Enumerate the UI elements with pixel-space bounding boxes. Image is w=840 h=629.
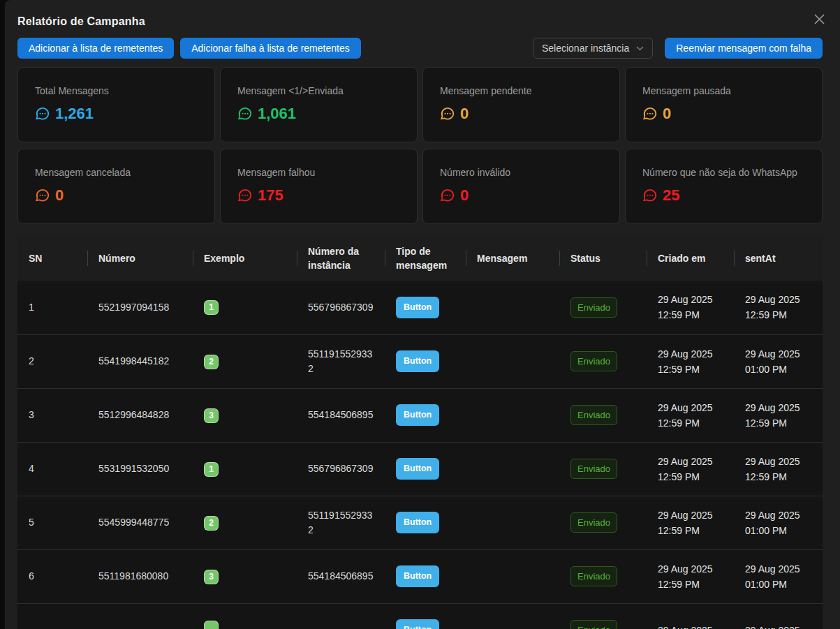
chevron-down-icon bbox=[636, 46, 644, 51]
column-label: sentAt bbox=[745, 253, 776, 264]
column-header: Exemplo bbox=[193, 236, 297, 281]
cell-sent-at: 29 Aug 2025 12:59 PM bbox=[734, 442, 823, 496]
sent-time: 01:00 PM bbox=[745, 362, 811, 377]
select-instance-dropdown[interactable]: Selecionar instância bbox=[533, 38, 653, 59]
table-body: 1 5521997094158 1 556796867309 Button En… bbox=[17, 281, 823, 629]
column-header: Criado em bbox=[647, 236, 734, 281]
add-to-senders-button[interactable]: Adicionar à lista de remetentes bbox=[17, 38, 174, 59]
stat-value: 0 bbox=[460, 105, 469, 123]
cell-sn: 5 bbox=[17, 496, 87, 549]
message-type-badge: Button bbox=[396, 297, 439, 318]
sent-time: 01:00 PM bbox=[745, 577, 811, 592]
cell-mensagem bbox=[466, 603, 559, 629]
criado-date: 29 Aug 2025 bbox=[658, 400, 723, 415]
cell-sent-at: 29 Aug 2025 01:00 PM bbox=[734, 496, 823, 549]
exemplo-badge bbox=[204, 621, 219, 629]
column-label: Número bbox=[98, 253, 135, 264]
sent-date: 29 Aug 2025 bbox=[745, 400, 811, 415]
cell-mensagem bbox=[466, 334, 559, 388]
message-type-badge: Button bbox=[396, 350, 439, 372]
cell-mensagem bbox=[466, 388, 559, 442]
chat-bubble-ellipsis-icon bbox=[642, 106, 658, 121]
modal-title: Relatório de Campanha bbox=[17, 15, 823, 28]
cell-exemplo: 3 bbox=[193, 549, 297, 603]
cell-mensagem bbox=[466, 281, 559, 334]
criado-date: 29 Aug 2025 bbox=[658, 346, 723, 362]
sent-date: 29 Aug 2025 bbox=[745, 346, 811, 362]
chat-bubble-ellipsis-icon bbox=[35, 188, 50, 203]
stat-value: 175 bbox=[258, 186, 283, 205]
status-badge: Enviado bbox=[570, 459, 617, 479]
stat-value-row: 1,261 bbox=[35, 105, 198, 123]
stat-label: Mensagem pausada bbox=[642, 85, 805, 96]
column-label: Exemplo bbox=[204, 253, 244, 264]
criado-time: 12:59 PM bbox=[658, 362, 723, 377]
stat-value: 0 bbox=[460, 186, 469, 205]
exemplo-badge: 3 bbox=[204, 408, 219, 423]
chat-bubble-ellipsis-icon bbox=[642, 188, 658, 203]
cell-numero: 5531991532050 bbox=[87, 442, 193, 496]
cell-sent-at: 29 Aug 2025 01:00 PM bbox=[734, 334, 823, 388]
cell-mensagem bbox=[466, 496, 559, 549]
cell-tipo: Button bbox=[385, 388, 466, 442]
column-label: Número da instância bbox=[308, 246, 359, 271]
cell-numero: 5511981680080 bbox=[87, 549, 193, 603]
column-label: Status bbox=[570, 253, 600, 264]
table-row: 2 5541998445182 2 5511915529332 Button E… bbox=[17, 334, 823, 388]
chat-bubble-ellipsis-icon bbox=[440, 106, 455, 121]
column-header: Número bbox=[87, 236, 193, 281]
cell-exemplo bbox=[193, 603, 297, 629]
report-table: SN Número Exemplo Número da instância Ti… bbox=[17, 236, 823, 629]
stat-label: Mensagem <1/>Enviada bbox=[237, 85, 400, 96]
chat-bubble-ellipsis-icon bbox=[440, 188, 455, 203]
column-label: SN bbox=[29, 253, 42, 264]
chat-bubble-ellipsis-icon bbox=[35, 106, 50, 121]
table-row: 1 5521997094158 1 556796867309 Button En… bbox=[17, 281, 823, 334]
cell-instancia: 5511915529332 bbox=[297, 496, 385, 549]
sent-time: 12:59 PM bbox=[745, 415, 811, 431]
cell-instancia: 554184506895 bbox=[297, 388, 385, 442]
add-failed-to-senders-button[interactable]: Adicionar falha à lista de remetentes bbox=[180, 38, 360, 59]
campaign-report-modal: Relatório de Campanha Adicionar à lista … bbox=[5, 0, 840, 629]
cell-numero: 5521997094158 bbox=[87, 281, 193, 334]
stat-label: Número que não seja do WhatsApp bbox=[642, 167, 805, 178]
table-header-row: SN Número Exemplo Número da instância Ti… bbox=[17, 236, 823, 281]
cell-instancia: 5511915529332 bbox=[297, 334, 385, 388]
cell-sn: 6 bbox=[17, 549, 87, 603]
sent-time: 01:00 PM bbox=[745, 523, 811, 538]
message-type-badge: Button bbox=[396, 458, 439, 480]
criado-date: 29 Aug 2025 bbox=[658, 292, 723, 307]
column-label: Mensagem bbox=[477, 253, 527, 264]
stat-cards: Total Mensagens 1,261 Mensagem <1/>Envia… bbox=[17, 67, 823, 224]
criado-date: 29 Aug 2025 bbox=[658, 623, 723, 629]
stat-card: Número inválido 0 bbox=[422, 149, 620, 224]
exemplo-badge: 2 bbox=[204, 516, 219, 531]
cell-exemplo: 1 bbox=[193, 442, 297, 496]
criado-time: 12:59 PM bbox=[658, 415, 723, 431]
resend-failed-button[interactable]: Reenviar mensagem com falha bbox=[665, 38, 823, 59]
cell-tipo: Button bbox=[385, 334, 466, 388]
stat-card: Mensagem <1/>Enviada 1,061 bbox=[220, 67, 418, 142]
cell-criado-em: 29 Aug 2025 12:59 PM bbox=[647, 334, 734, 388]
criado-date: 29 Aug 2025 bbox=[658, 561, 723, 577]
cell-status: Enviado bbox=[559, 603, 647, 629]
stat-label: Mensagem falhou bbox=[237, 167, 400, 178]
cell-instancia: 556796867309 bbox=[297, 442, 385, 496]
column-header: sentAt bbox=[734, 236, 823, 281]
column-header: Mensagem bbox=[466, 236, 559, 281]
cell-tipo: Button bbox=[385, 496, 466, 549]
report-table-wrap[interactable]: SN Número Exemplo Número da instância Ti… bbox=[17, 236, 823, 629]
chat-bubble-ellipsis-icon bbox=[237, 106, 253, 121]
status-badge: Enviado bbox=[570, 297, 617, 318]
cell-exemplo: 2 bbox=[193, 334, 297, 388]
cell-criado-em: 29 Aug 2025 12:59 PM bbox=[647, 388, 734, 442]
cell-tipo: Button bbox=[385, 281, 466, 334]
column-label: Tipo de mensagem bbox=[396, 246, 447, 271]
stat-label: Mensagem pendente bbox=[440, 85, 603, 96]
criado-time: 12:59 PM bbox=[658, 577, 723, 592]
exemplo-badge: 1 bbox=[204, 462, 219, 477]
column-header: Tipo de mensagem bbox=[385, 236, 466, 281]
stat-card: Mensagem cancelada 0 bbox=[17, 149, 215, 224]
exemplo-badge: 3 bbox=[204, 570, 219, 584]
close-icon[interactable] bbox=[812, 12, 826, 26]
